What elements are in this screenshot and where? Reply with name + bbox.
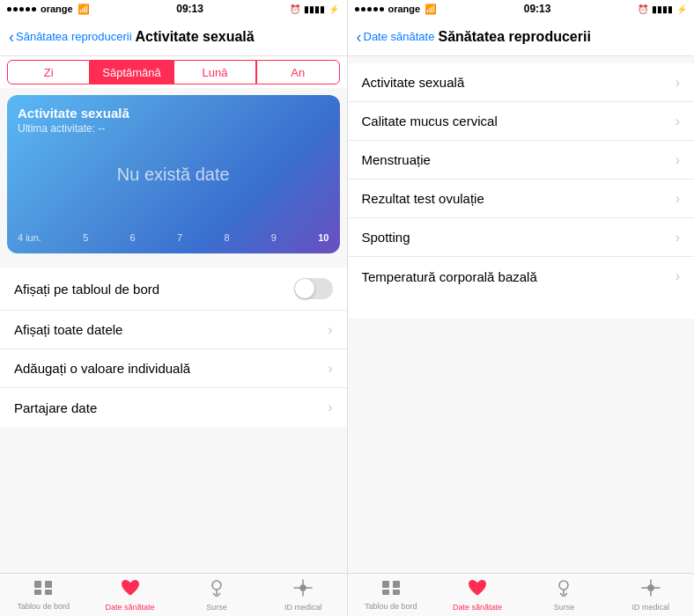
menu-item-spotting[interactable]: Spotting › [348, 218, 695, 257]
chevron-temperatura: › [676, 268, 680, 284]
status-left-right: orange 📶 [355, 4, 438, 15]
svg-rect-6 [382, 581, 389, 588]
tab-icon-id-right [641, 579, 661, 601]
back-chevron-left: ‹ [9, 29, 14, 45]
tab-icon-surse-left [207, 579, 226, 601]
toggle-tablou[interactable] [294, 278, 333, 299]
tab-label-tablou-left: Tablou de bord [17, 602, 70, 611]
nav-title-area-right: Sănătatea reproducerii [434, 29, 685, 45]
chevron-spotting: › [676, 230, 680, 246]
tab-surse-left[interactable]: Surse [174, 574, 260, 616]
menu-item-adaugati[interactable]: Adăugați o valoare individuală › [0, 349, 347, 388]
carrier-right: orange [388, 4, 421, 14]
segment-an[interactable]: An [256, 60, 339, 84]
tab-icon-date-right [468, 579, 487, 601]
time-right: 09:13 [524, 3, 551, 15]
menu-right-partajare: › [328, 400, 332, 415]
svg-rect-8 [382, 590, 389, 595]
wifi-icon-right: 📶 [425, 4, 437, 15]
tab-label-tablou-right: Tablou de bord [365, 602, 417, 611]
chevron-adaugati: › [328, 361, 332, 377]
nav-title-right: Sănătatea reproducerii [438, 29, 590, 45]
menu-label-calitate: Calitate mucus cervical [362, 114, 498, 128]
toggle-knob [295, 279, 314, 298]
tab-icon-tablou-right [381, 580, 401, 600]
status-right-right: ⏰ ▮▮▮▮ ⚡ [638, 4, 687, 14]
menu-label-activitate: Activitate sexuală [362, 75, 465, 90]
tab-tablou-bord-left[interactable]: Tablou de bord [0, 574, 86, 616]
svg-rect-1 [45, 581, 52, 588]
tab-date-sanatate-right[interactable]: Date sănătate [434, 574, 520, 616]
back-button-right[interactable]: ‹ Date sănătate [357, 29, 435, 45]
tab-label-id-left: ID medical [284, 603, 322, 612]
chart-subtitle: Ultima activitate: -- [18, 122, 329, 135]
menu-label-ovulatie: Rezultat test ovulație [362, 191, 484, 206]
charging-icon-right: ⚡ [676, 4, 687, 14]
menu-list-right: Activitate sexuală › Calitate mucus cerv… [348, 63, 695, 319]
segment-saptamana[interactable]: Săptămână [90, 60, 173, 84]
tab-label-date-left: Date sănătate [106, 603, 155, 612]
segment-luna[interactable]: Lună [174, 60, 256, 84]
tab-id-medical-left[interactable]: ID medical [260, 574, 346, 616]
chevron-calitate: › [676, 114, 680, 129]
section-sep-1 [0, 260, 347, 268]
menu-item-partajare[interactable]: Partajare date › [0, 388, 347, 427]
back-label-left: Sănătatea reproducerii [16, 30, 132, 43]
menu-label-adaugati: Adăugați o valoare individuală [14, 361, 190, 376]
segment-zi[interactable]: Zi [7, 60, 90, 84]
carrier-left: orange [41, 4, 73, 14]
alarm-icon-right: ⏰ [638, 4, 648, 14]
chevron-partajare: › [328, 400, 332, 415]
svg-point-4 [212, 581, 221, 590]
nav-title-left: Activitate sexuală [136, 29, 255, 45]
menu-label-partajare: Partajare date [14, 400, 97, 415]
status-bar-left: orange 📶 09:13 ⏰ ▮▮▮▮ ⚡ [0, 0, 347, 18]
signal-dots-right [355, 7, 384, 11]
tab-surse-right[interactable]: Surse [520, 574, 607, 616]
menu-label-toate: Afișați toate datele [14, 322, 122, 337]
menu-item-activitate[interactable]: Activitate sexuală › [348, 63, 695, 102]
charging-icon-left: ⚡ [329, 4, 339, 14]
battery-icon-left: ▮▮▮▮ [304, 4, 325, 14]
back-button-left[interactable]: ‹ Sănătatea reproducerii [9, 29, 132, 45]
tab-icon-tablou-left [33, 580, 53, 600]
chevron-activitate: › [676, 75, 680, 91]
tab-id-medical-right[interactable]: ID medical [608, 574, 694, 616]
chart-no-data: Nu există date [117, 165, 230, 185]
chart-title: Activitate sexuală [18, 106, 329, 121]
tab-label-date-right: Date sănătate [453, 603, 502, 612]
back-label-right: Date sănătate [364, 30, 435, 43]
tab-tablou-bord-right[interactable]: Tablou de bord [348, 574, 434, 616]
nav-bar-left: ‹ Sănătatea reproducerii Activitate sexu… [0, 18, 347, 56]
tab-label-surse-right: Surse [554, 603, 575, 612]
chevron-toate: › [328, 322, 332, 338]
tab-bar-right: Tablou de bord Date sănătate Surse ID me… [348, 573, 695, 616]
menu-item-temperatura[interactable]: Temperatură corporală bazală › [348, 257, 695, 296]
chart-card: Activitate sexuală Ultima activitate: --… [7, 95, 340, 253]
menu-list-left: Afișați pe tabloul de bord Afișați toate… [0, 268, 347, 427]
menu-right-adaugati: › [328, 361, 332, 377]
svg-rect-9 [393, 590, 400, 595]
tab-date-sanatate-left[interactable]: Date sănătate [86, 574, 173, 616]
menu-item-menstruatie[interactable]: Menstruație › [348, 141, 695, 180]
svg-point-11 [648, 585, 653, 590]
tab-icon-surse-right [554, 579, 573, 601]
svg-rect-7 [393, 581, 400, 588]
menu-item-tablou[interactable]: Afișați pe tabloul de bord [0, 268, 347, 311]
spacer-left [0, 427, 347, 573]
tab-bar-left: Tablou de bord Date sănătate Surse ID me… [0, 573, 347, 616]
back-chevron-right: ‹ [357, 29, 362, 45]
menu-item-toate[interactable]: Afișați toate datele › [0, 311, 347, 349]
nav-bar-right: ‹ Date sănătate Sănătatea reproducerii [348, 18, 695, 56]
left-panel: orange 📶 09:13 ⏰ ▮▮▮▮ ⚡ ‹ Sănătatea repr… [0, 0, 347, 616]
status-right-left: ⏰ ▮▮▮▮ ⚡ [290, 4, 339, 14]
tab-icon-id-left [293, 579, 313, 601]
svg-rect-0 [34, 581, 41, 588]
svg-rect-2 [34, 590, 41, 595]
alarm-icon-left: ⏰ [290, 4, 300, 14]
menu-right-toate: › [328, 322, 332, 338]
battery-icon-right: ▮▮▮▮ [652, 4, 673, 14]
menu-item-ovulatie[interactable]: Rezultat test ovulație › [348, 180, 695, 218]
chevron-menstruatie: › [676, 152, 680, 168]
menu-item-calitate[interactable]: Calitate mucus cervical › [348, 102, 695, 141]
